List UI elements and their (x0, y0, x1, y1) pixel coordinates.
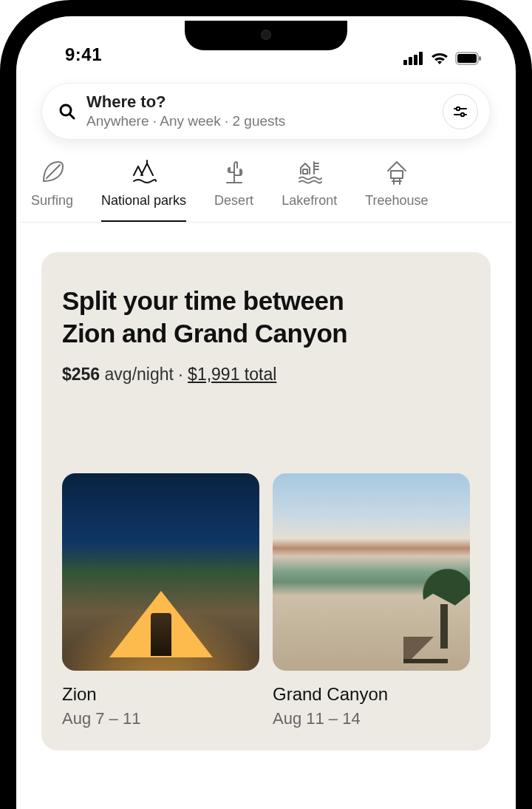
avg-label: avg/night (105, 365, 174, 384)
phone-frame: 9:41 Where to? Anywhere · Any week · 2 g… (0, 0, 532, 809)
svg-rect-3 (419, 52, 423, 65)
search-icon (58, 103, 76, 121)
tab-label: Treehouse (365, 193, 428, 209)
tab-surfing[interactable]: Surfing (31, 159, 73, 222)
split-stay-card[interactable]: Split your time between Zion and Grand C… (41, 252, 491, 751)
battery-icon (455, 52, 482, 65)
svg-rect-0 (403, 60, 407, 65)
destination-dates: Aug 7 – 11 (62, 709, 259, 728)
destination-name: Zion (62, 684, 259, 705)
destination-dates: Aug 11 – 14 (273, 709, 470, 728)
svg-point-10 (457, 106, 460, 109)
tab-label: National parks (101, 193, 186, 209)
lakefront-icon (296, 159, 323, 186)
filter-button[interactable] (443, 94, 478, 129)
svg-rect-16 (303, 169, 307, 174)
tab-label: Desert (214, 193, 253, 209)
destination-image (62, 473, 259, 671)
destination-image (273, 473, 470, 671)
card-price-line: $256 avg/night · $1,991 total (62, 365, 470, 385)
search-subtitle: Anywhere · Any week · 2 guests (86, 113, 432, 130)
svg-rect-5 (457, 54, 477, 63)
tab-desert[interactable]: Desert (214, 159, 253, 222)
card-title: Split your time between Zion and Grand C… (62, 285, 470, 350)
destination-zion[interactable]: Zion Aug 7 – 11 (62, 473, 259, 728)
avg-price: $256 (62, 365, 100, 384)
total-price[interactable]: $1,991 total (188, 365, 276, 384)
tab-label: Lakefront (282, 193, 337, 209)
svg-rect-2 (414, 55, 417, 65)
national-parks-icon (131, 159, 157, 186)
category-tabs: Surfing National parks Desert Lakefront … (21, 147, 511, 223)
tab-national-parks[interactable]: National parks (101, 159, 186, 222)
treehouse-icon (383, 159, 410, 186)
desert-icon (221, 159, 248, 186)
svg-point-12 (461, 112, 464, 115)
tab-lakefront[interactable]: Lakefront (282, 159, 337, 222)
status-icons (403, 52, 482, 65)
svg-rect-18 (391, 171, 403, 178)
svg-line-8 (69, 114, 74, 118)
filter-icon (453, 104, 468, 119)
search-bar[interactable]: Where to? Anywhere · Any week · 2 guests (41, 83, 491, 140)
status-time: 9:41 (65, 44, 102, 65)
tab-treehouse[interactable]: Treehouse (365, 159, 428, 222)
surfing-icon (39, 159, 66, 186)
svg-rect-1 (409, 57, 412, 65)
search-title: Where to? (86, 92, 432, 112)
destination-grand-canyon[interactable]: Grand Canyon Aug 11 – 14 (273, 473, 470, 728)
cellular-icon (403, 52, 424, 65)
wifi-icon (430, 52, 449, 65)
destination-name: Grand Canyon (273, 684, 470, 705)
tab-label: Surfing (31, 193, 73, 209)
notch (185, 21, 347, 50)
svg-rect-6 (479, 56, 481, 61)
